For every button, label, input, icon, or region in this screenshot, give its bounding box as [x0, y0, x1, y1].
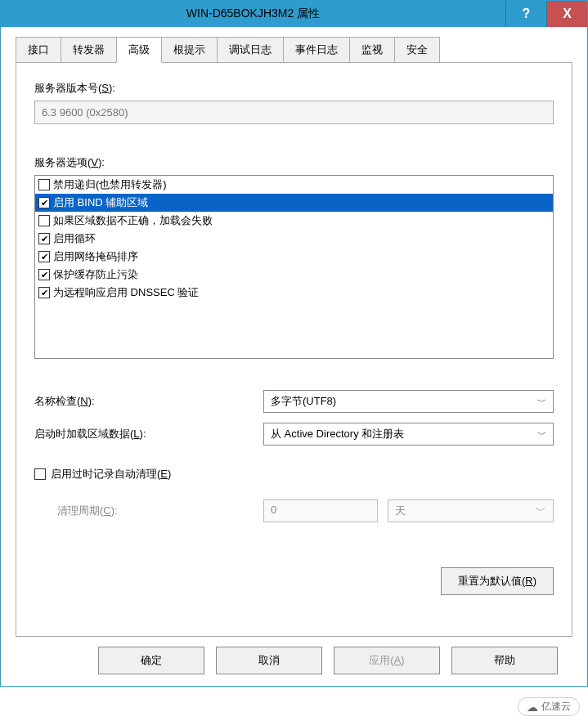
server-option-label: 启用 BIND 辅助区域 [53, 195, 148, 210]
tab-5[interactable]: 事件日志 [283, 37, 350, 62]
server-options-label: 服务器选项(V): [34, 155, 554, 170]
titlebar-buttons: ? X [505, 1, 587, 27]
help-icon[interactable]: ? [505, 1, 546, 27]
cancel-button[interactable]: 取消 [216, 647, 322, 674]
load-zone-label: 启动时加载区域数据(L): [34, 427, 263, 441]
name-check-row: 名称检查(N): 多字节(UTF8) ﹀ [34, 390, 554, 413]
close-icon[interactable]: X [546, 1, 587, 27]
apply-button: 应用(A) [334, 647, 440, 674]
reset-row: 重置为默认值(R) [34, 567, 554, 595]
tab-4[interactable]: 调试日志 [217, 37, 284, 62]
dialog-content: 接口转发器高级根提示调试日志事件日志监视安全 服务器版本号(S): 服务器选项(… [1, 27, 587, 686]
server-options-section: 服务器选项(V): 禁用递归(也禁用转发器)✔启用 BIND 辅助区域如果区域数… [34, 155, 554, 359]
scavenging-period-row: 清理周期(C): 0 天 ﹀ [34, 499, 554, 522]
checkbox-icon[interactable] [38, 179, 50, 190]
enable-scavenging-checkbox[interactable] [34, 468, 46, 480]
name-check-label: 名称检查(N): [34, 394, 263, 409]
server-option-item[interactable]: 禁用递归(也禁用转发器) [35, 176, 553, 194]
checkbox-icon[interactable]: ✔ [38, 197, 50, 208]
watermark-text: 亿速云 [541, 700, 571, 714]
name-check-dropdown[interactable]: 多字节(UTF8) ﹀ [263, 390, 554, 413]
enable-scavenging-label: 启用过时记录自动清理(E) [51, 467, 171, 481]
checkbox-icon[interactable] [38, 215, 50, 226]
reset-defaults-button[interactable]: 重置为默认值(R) [441, 567, 554, 595]
tab-3[interactable]: 根提示 [161, 37, 218, 62]
tab-1[interactable]: 转发器 [61, 37, 117, 62]
server-options-listbox[interactable]: 禁用递归(也禁用转发器)✔启用 BIND 辅助区域如果区域数据不正确，加载会失败… [34, 175, 554, 359]
tab-6[interactable]: 监视 [349, 37, 395, 62]
server-option-item[interactable]: ✔启用 BIND 辅助区域 [35, 194, 553, 212]
scavenging-period-label: 清理周期(C): [57, 504, 263, 518]
tab-7[interactable]: 安全 [394, 37, 440, 62]
ok-button[interactable]: 确定 [98, 647, 204, 674]
enable-scavenging-row[interactable]: 启用过时记录自动清理(E) [34, 467, 554, 481]
server-option-item[interactable]: 如果区域数据不正确，加载会失败 [35, 212, 553, 230]
name-check-value: 多字节(UTF8) [271, 394, 336, 409]
chevron-down-icon: ﹀ [536, 504, 546, 518]
server-option-item[interactable]: ✔保护缓存防止污染 [35, 266, 553, 284]
server-version-input [34, 101, 554, 124]
chevron-down-icon: ﹀ [537, 396, 546, 408]
load-zone-row: 启动时加载区域数据(L): 从 Active Directory 和注册表 ﹀ [34, 423, 554, 446]
checkbox-icon[interactable]: ✔ [38, 269, 50, 280]
server-option-label: 禁用递归(也禁用转发器) [53, 177, 167, 192]
window-title: WIN-D65BOKJH3M2 属性 [1, 7, 505, 21]
server-option-label: 启用循环 [53, 231, 96, 246]
server-option-label: 保护缓存防止污染 [53, 267, 138, 282]
tab-0[interactable]: 接口 [16, 37, 61, 62]
checkbox-icon[interactable]: ✔ [38, 251, 50, 262]
server-version-section: 服务器版本号(S): [34, 81, 554, 124]
tab-2[interactable]: 高级 [116, 37, 162, 63]
server-option-item[interactable]: ✔启用网络掩码排序 [35, 248, 553, 266]
server-option-label: 为远程响应启用 DNSSEC 验证 [53, 285, 199, 300]
checkbox-icon[interactable]: ✔ [38, 287, 50, 298]
server-option-item[interactable]: ✔启用循环 [35, 230, 553, 248]
tab-panel-advanced: 服务器版本号(S): 服务器选项(V): 禁用递归(也禁用转发器)✔启用 BIN… [16, 63, 572, 637]
checkbox-icon[interactable]: ✔ [38, 233, 50, 244]
load-zone-value: 从 Active Directory 和注册表 [271, 427, 404, 441]
server-option-label: 启用网络掩码排序 [53, 249, 138, 264]
watermark: ☁ 亿速云 [518, 697, 580, 716]
server-option-label: 如果区域数据不正确，加载会失败 [53, 213, 213, 228]
scavenging-period-unit-dropdown: 天 ﹀ [388, 499, 554, 522]
cloud-icon: ☁ [527, 701, 538, 714]
server-option-item[interactable]: ✔为远程响应启用 DNSSEC 验证 [35, 284, 553, 302]
help-button[interactable]: 帮助 [451, 647, 558, 674]
titlebar[interactable]: WIN-D65BOKJH3M2 属性 ? X [1, 1, 587, 27]
server-version-label: 服务器版本号(S): [34, 81, 554, 96]
properties-dialog: WIN-D65BOKJH3M2 属性 ? X 接口转发器高级根提示调试日志事件日… [0, 0, 588, 687]
tab-bar: 接口转发器高级根提示调试日志事件日志监视安全 [16, 37, 572, 63]
chevron-down-icon: ﹀ [537, 428, 546, 441]
scavenging-period-input: 0 [263, 499, 378, 522]
load-zone-dropdown[interactable]: 从 Active Directory 和注册表 ﹀ [263, 423, 554, 446]
dialog-button-row: 确定 取消 应用(A) 帮助 [16, 637, 572, 674]
